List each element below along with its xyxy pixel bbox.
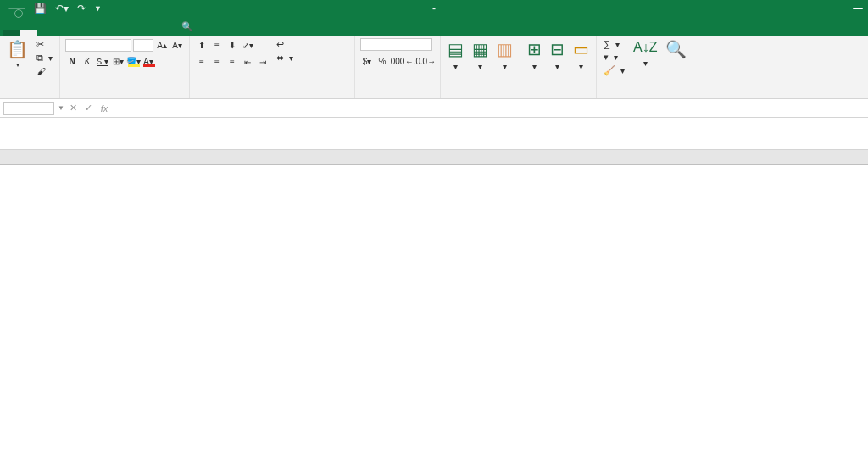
border-button[interactable]: ⊞▾ (111, 54, 125, 68)
format-table-button[interactable]: ▦▾ (470, 38, 490, 73)
tab-layout[interactable] (54, 30, 71, 36)
group-alignment: ⬆ ≡ ⬇ ⤢▾ ≡ ≡ ≡ ⇤ ⇥ ↩ ⬌ ▾ (190, 36, 355, 98)
find-icon: 🔍 (665, 40, 687, 58)
group-styles: ▤▾ ▦▾ ▥▾ (441, 36, 520, 98)
tell-me[interactable]: 🔍 (173, 19, 205, 36)
align-center-icon[interactable]: ≡ (210, 55, 224, 69)
align-top-icon[interactable]: ⬆ (195, 38, 209, 52)
indent-right-icon[interactable]: ⇥ (256, 55, 270, 69)
autosave-toggle[interactable] (8, 8, 25, 9)
group-label (195, 97, 349, 97)
grid-icon: ▤ (448, 40, 464, 58)
tab-help[interactable] (156, 30, 173, 36)
shrink-font-icon[interactable]: A▾ (170, 38, 184, 52)
document-title: - (430, 3, 439, 14)
title-bar: 💾 ↶▾ ↷ ▼ - (0, 0, 868, 17)
insert-icon: ⊞ (527, 40, 542, 58)
tab-insert[interactable] (37, 30, 54, 36)
merge-icon: ⬌ (276, 53, 284, 64)
tab-developer[interactable] (139, 30, 156, 36)
format-cells-button[interactable]: ▭▾ (571, 38, 591, 73)
merge-center-button[interactable]: ⬌ ▾ (275, 52, 295, 64)
delete-icon: ⊟ (550, 40, 565, 58)
fx-icon[interactable]: fx (97, 103, 112, 114)
tab-home[interactable] (20, 30, 37, 36)
undo-icon[interactable]: ↶▾ (55, 3, 69, 14)
align-left-icon[interactable]: ≡ (195, 55, 209, 69)
redo-icon[interactable]: ↷ (77, 3, 86, 14)
currency-icon[interactable]: $▾ (360, 54, 374, 68)
worksheet[interactable] (0, 150, 868, 165)
sigma-icon: ∑ (604, 39, 610, 49)
save-icon[interactable]: 💾 (34, 3, 47, 14)
cell-styles-button[interactable]: ▥▾ (495, 38, 515, 73)
underline-button[interactable]: S̲ ▾ (96, 54, 109, 68)
group-label (5, 97, 54, 97)
group-label (526, 97, 591, 97)
group-label (360, 97, 435, 97)
font-color-button[interactable]: A▾ (142, 54, 155, 68)
group-label (602, 97, 688, 97)
cancel-icon[interactable]: ✕ (66, 103, 81, 114)
cellstyle-icon: ▥ (497, 40, 513, 58)
clipboard-icon: 📋 (7, 40, 28, 58)
fill-color-button[interactable]: 🪣▾ (126, 54, 140, 68)
sort-filter-button[interactable]: A↓Z▾ (632, 38, 659, 69)
copy-icon: ⧉ (36, 53, 43, 64)
formula-input[interactable] (112, 102, 868, 115)
group-label (446, 97, 515, 97)
tab-data[interactable] (88, 30, 105, 36)
tab-file[interactable] (3, 30, 20, 36)
number-format-select[interactable] (360, 38, 432, 51)
delete-cells-button[interactable]: ⊟▾ (548, 38, 566, 73)
group-cells: ⊞▾ ⊟▾ ▭▾ (520, 36, 597, 98)
scissors-icon: ✂ (36, 39, 44, 50)
insert-cells-button[interactable]: ⊞▾ (526, 38, 543, 73)
bold-button[interactable]: N (65, 54, 79, 68)
wrap-text-button[interactable]: ↩ (275, 38, 295, 51)
sign-in-button[interactable] (853, 8, 863, 9)
ribbon-tabs: 🔍 (0, 17, 868, 36)
ribbon: 📋 ▾ ✂ ⧉ ▾ 🖌 A▴ A▾ N K S̲ ▾ ⊞▾ (0, 36, 868, 99)
align-bottom-icon[interactable]: ⬇ (225, 38, 239, 52)
increase-decimal-icon[interactable]: ←.0 (406, 54, 420, 68)
clear-button[interactable]: 🧹 ▾ (602, 64, 626, 77)
paste-button[interactable]: 📋 ▾ (5, 38, 30, 71)
tab-view[interactable] (122, 30, 139, 36)
find-button[interactable]: 🔍 (664, 38, 688, 62)
cut-button[interactable]: ✂ (35, 38, 54, 51)
align-middle-icon[interactable]: ≡ (210, 38, 224, 52)
fill-icon: ▾ (604, 52, 609, 63)
orientation-icon[interactable]: ⤢▾ (241, 38, 254, 52)
column-headers[interactable] (0, 150, 868, 165)
align-right-icon[interactable]: ≡ (225, 55, 239, 69)
thousands-icon[interactable]: 000 (391, 54, 404, 68)
font-size-input[interactable] (133, 39, 153, 52)
grow-font-icon[interactable]: A▴ (155, 38, 169, 52)
group-clipboard: 📋 ▾ ✂ ⧉ ▾ 🖌 (0, 36, 60, 98)
brush-icon: 🖌 (36, 66, 46, 76)
decrease-decimal-icon[interactable]: .0→ (421, 54, 435, 68)
autosum-button[interactable]: ∑ ▾ (602, 38, 626, 50)
copy-button[interactable]: ⧉ ▾ (35, 52, 54, 64)
enter-icon[interactable]: ✓ (81, 103, 97, 114)
format-painter-button[interactable]: 🖌 (35, 65, 54, 77)
formula-bar: ▼ ✕ ✓ fx (0, 99, 868, 118)
italic-button[interactable]: K (81, 54, 94, 68)
group-editing: ∑ ▾ ▾ ▾ 🧹 ▾ A↓Z▾ 🔍 (597, 36, 693, 98)
wrap-icon: ↩ (276, 39, 284, 50)
group-number: $▾ % 000 ←.0 .0→ (355, 36, 441, 98)
conditional-format-button[interactable]: ▤▾ (446, 38, 465, 73)
tab-formulas[interactable] (71, 30, 88, 36)
table-icon: ▦ (472, 40, 488, 58)
customize-qa-icon[interactable]: ▼ (94, 4, 102, 13)
format-icon: ▭ (573, 40, 589, 58)
group-font: A▴ A▾ N K S̲ ▾ ⊞▾ 🪣▾ A▾ (60, 36, 190, 98)
indent-left-icon[interactable]: ⇤ (241, 55, 254, 69)
fill-button[interactable]: ▾ ▾ (602, 51, 626, 64)
percent-icon[interactable]: % (376, 54, 389, 68)
sort-icon: A↓Z (633, 40, 657, 55)
tab-review[interactable] (105, 30, 122, 36)
font-name-input[interactable] (65, 39, 131, 52)
name-box[interactable] (3, 102, 54, 115)
